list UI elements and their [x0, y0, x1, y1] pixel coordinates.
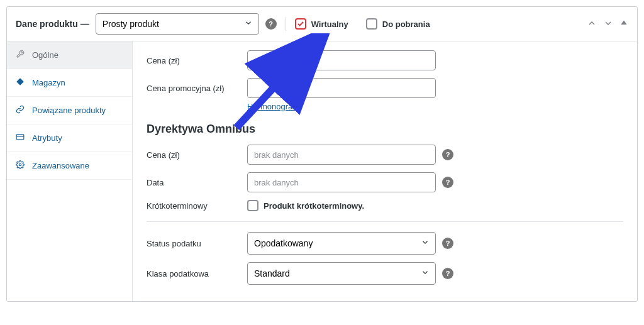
help-icon[interactable]: ?: [442, 149, 453, 160]
label-regular-price: Cena (zł): [147, 56, 247, 65]
svg-point-4: [19, 163, 21, 166]
shortterm-checkbox[interactable]: Produkt krótkoterminowy.: [247, 200, 364, 211]
sidebar-item-general[interactable]: Ogólne: [7, 41, 132, 69]
wrench-icon: [16, 50, 26, 60]
row-omnibus-price: Cena (zł) ?: [147, 145, 623, 165]
sidebar-item-inventory[interactable]: Magazyn: [7, 69, 132, 97]
help-icon[interactable]: ?: [442, 238, 453, 249]
input-omnibus-date[interactable]: [247, 172, 436, 192]
virtual-label: Wirtualny: [311, 19, 348, 29]
row-tax-status: Status podatku Opodatkowany ?: [147, 232, 623, 255]
sidebar: Ogólne Magazyn Powiązane produkty Atrybu…: [7, 41, 133, 301]
row-sale-price: Cena promocyjna (zł): [147, 78, 623, 98]
schedule-link[interactable]: Harmonogram: [247, 102, 299, 111]
diamond-icon: [16, 77, 26, 88]
input-regular-price[interactable]: [247, 50, 436, 70]
input-sale-price[interactable]: [247, 78, 436, 98]
sidebar-item-linked[interactable]: Powiązane produkty: [7, 97, 132, 124]
downloadable-checkbox[interactable]: Do pobrania: [366, 18, 430, 30]
row-omnibus-shortterm: Krótkoterminowy Produkt krótkoterminowy.: [147, 200, 623, 211]
svg-rect-2: [16, 135, 24, 140]
product-type-select[interactable]: Prosty produkt: [96, 13, 259, 35]
checkbox-unchecked-icon: [247, 200, 258, 211]
row-tax-class: Klasa podatkowa Standard ?: [147, 262, 623, 285]
checkbox-checked-icon: [295, 18, 306, 30]
virtual-checkbox[interactable]: Wirtualny: [295, 18, 348, 30]
downloadable-label: Do pobrania: [382, 19, 430, 29]
checkbox-unchecked-icon: [366, 18, 377, 30]
card-icon: [16, 133, 26, 143]
label-shortterm: Krótkoterminowy: [147, 201, 247, 211]
divider: [286, 17, 286, 31]
heading-omnibus: Dyrektywa Omnibus: [147, 123, 623, 136]
sidebar-item-label: Magazyn: [32, 78, 65, 87]
separator: [147, 221, 623, 222]
gear-icon: [16, 160, 26, 171]
row-omnibus-date: Data ?: [147, 172, 623, 192]
shortterm-checkbox-label: Produkt krótkoterminowy.: [264, 201, 364, 211]
sidebar-item-label: Zaawansowane: [32, 161, 89, 170]
help-icon[interactable]: ?: [265, 18, 277, 30]
chevron-up-icon[interactable]: [587, 18, 597, 30]
link-icon: [16, 105, 26, 116]
panel-controls: [587, 18, 628, 30]
panel-header: Dane produktu — Prosty produkt ? Wirtual…: [7, 7, 637, 41]
chevron-down-icon[interactable]: [603, 18, 613, 30]
label-tax-class: Klasa podatkowa: [147, 269, 247, 278]
label-omnibus-date: Data: [147, 178, 247, 187]
label-omnibus-price: Cena (zł): [147, 150, 247, 160]
label-sale-price: Cena promocyjna (zł): [147, 84, 247, 93]
content-area: Cena (zł) Cena promocyjna (zł) Harmonogr…: [133, 41, 637, 301]
select-tax-class[interactable]: Standard: [247, 262, 436, 285]
svg-marker-0: [621, 20, 626, 24]
select-tax-status[interactable]: Opodatkowany: [247, 232, 436, 255]
svg-marker-1: [16, 78, 24, 85]
label-tax-status: Status podatku: [147, 239, 247, 248]
sidebar-item-advanced[interactable]: Zaawansowane: [7, 152, 132, 180]
help-icon[interactable]: ?: [442, 268, 453, 279]
sidebar-item-label: Atrybuty: [32, 133, 62, 143]
sidebar-item-label: Powiązane produkty: [32, 106, 106, 115]
sidebar-item-attributes[interactable]: Atrybuty: [7, 124, 132, 152]
product-data-panel: Dane produktu — Prosty produkt ? Wirtual…: [6, 6, 638, 302]
help-icon[interactable]: ?: [442, 177, 453, 188]
row-regular-price: Cena (zł): [147, 50, 623, 70]
input-omnibus-price[interactable]: [247, 145, 436, 165]
panel-title: Dane produktu —: [16, 19, 89, 29]
triangle-up-icon[interactable]: [619, 18, 628, 30]
sidebar-item-label: Ogólne: [32, 50, 58, 60]
